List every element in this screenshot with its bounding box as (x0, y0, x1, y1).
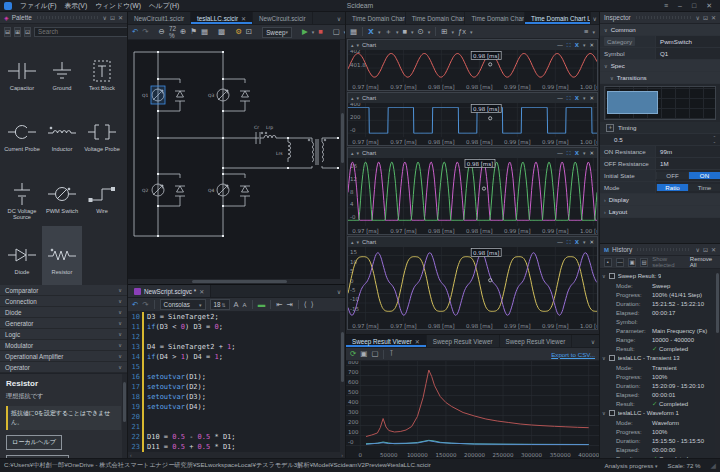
select-all-button[interactable]: ▪ (604, 258, 612, 267)
palette-item-voltage-probe[interactable]: Voltage Probe (82, 103, 122, 163)
schematic-canvas[interactable]: Q1 Q2 Q3 Q4 Cr Lrp Lrs (128, 40, 345, 284)
transition-preview[interactable] (604, 86, 716, 120)
palette-item-inductor[interactable]: Inductor (42, 103, 82, 163)
tab-sweep-viewer-1[interactable]: Sweep Result Viewer✕ (346, 335, 427, 347)
snapshot-button[interactable]: ▢ (371, 350, 378, 358)
tab-time-chart-3[interactable]: Time Domain Chart List (465, 12, 525, 24)
expand-icon[interactable]: ⛶ (567, 42, 571, 49)
grid-toggle-button[interactable]: ▩ (218, 28, 225, 36)
pin-icon[interactable]: ⊡ (110, 14, 115, 21)
layout-toggle-button[interactable]: ⊡ (24, 27, 31, 37)
axes-icon[interactable]: 𝗫 (575, 150, 579, 156)
category-connection[interactable]: Connection∨ (0, 296, 127, 307)
comment-button[interactable]: ⟨ (304, 301, 307, 309)
category-generator[interactable]: Generator∨ (0, 318, 127, 329)
highlight-button[interactable]: ▬ (258, 301, 266, 309)
indent-button[interactable]: ⇥ (286, 301, 292, 309)
chart-grid-button[interactable]: ▦ (350, 28, 357, 36)
minimize-icon[interactable]: — (557, 42, 563, 48)
history-entry-title[interactable]: Sweep Result: 9 (618, 273, 662, 279)
expand-icon[interactable]: ⛶ (567, 239, 571, 246)
font-size-stepper[interactable]: 18⇅ (210, 299, 230, 310)
category-operational-amplifier[interactable]: Operational Amplifier∨ (0, 351, 127, 362)
chevron-down-icon[interactable]: ▾ (357, 150, 360, 156)
minimize-icon[interactable]: — (557, 239, 563, 245)
chart-menu-icon[interactable]: ≡ (584, 28, 588, 36)
category-comparator[interactable]: Comparator∨ (0, 285, 127, 296)
chevron-down-icon[interactable]: ▾ (357, 42, 360, 48)
undo-button[interactable]: ↶ (132, 28, 138, 36)
window-menu-icon[interactable]: ≡ (664, 2, 668, 10)
close-icon[interactable]: ✕ (706, 2, 712, 10)
scrollbar[interactable] (122, 374, 127, 458)
expand-icon[interactable]: ⛶ (567, 150, 571, 157)
search-input[interactable] (34, 27, 128, 37)
copy-button[interactable]: ▣ (360, 350, 367, 358)
history-entry-header[interactable]: ∨Sweep Result: 9 (602, 271, 720, 281)
section-transitions[interactable]: ∨Transitions (600, 72, 720, 84)
stepper-icons[interactable]: ⌃⌄ (713, 136, 716, 144)
resize-grip[interactable]: ◢ (711, 462, 716, 470)
time-chart-svg[interactable]: 0.97 [ms]0.97 [ms]0.98 [ms]0.98 [ms]0.99… (348, 247, 597, 329)
tab-time-chart-1[interactable]: Time Domain Chart List (346, 12, 406, 24)
expand-all-button[interactable]: ⊞ (14, 27, 21, 37)
open-result-button[interactable]: ▣ (628, 258, 636, 267)
chevron-down-icon[interactable]: ∨ (602, 355, 606, 361)
code-line[interactable]: 19setoutvar(D4); (128, 402, 345, 412)
menu-view[interactable]: 表示(V) (65, 1, 88, 11)
chevron-down-icon[interactable]: ▾ (357, 95, 360, 101)
row-timing[interactable]: ＋ Timing (600, 122, 720, 134)
collapse-icon[interactable]: ▴ (351, 95, 354, 101)
section-common[interactable]: ∨Common (600, 24, 720, 36)
stop-tracking-button[interactable]: ■ (402, 28, 407, 36)
collapse-all-button[interactable]: ⊟ (4, 27, 11, 37)
symbol-value[interactable]: Q1 (656, 48, 720, 59)
show-selected-button[interactable]: Show selected (652, 256, 686, 268)
section-spec[interactable]: ∨Spec (600, 60, 720, 72)
code-line[interactable]: 22D10 = 0.5 - 0.5 * D1; (128, 432, 345, 442)
tab-time-chart-4[interactable]: Time Domain Chart List✕ (525, 12, 590, 24)
section-layout[interactable]: ›Layout (600, 206, 720, 218)
time-chart-svg[interactable]: 0.97 [ms]0.97 [ms]0.98 [ms]0.98 [ms]0.99… (348, 50, 597, 90)
horizontal-scrollbar[interactable] (128, 279, 340, 284)
close-icon[interactable]: ✕ (711, 14, 716, 21)
analysis-mode-select[interactable]: Sweep▾ (262, 27, 292, 38)
history-checkbox[interactable] (609, 355, 615, 361)
chevron-down-icon[interactable]: ▾ (583, 239, 586, 245)
pin-icon[interactable]: ⊡ (703, 246, 708, 253)
zoom-out-button[interactable]: ⊖ (159, 28, 165, 36)
palette-item-capacitor[interactable]: Capacitor (2, 41, 42, 101)
probe-flag-button[interactable]: ⚑ (190, 28, 197, 36)
outdent-button[interactable]: ⇤ (276, 301, 282, 309)
palette-item-dc-voltage-source[interactable]: DC Voltage Source (2, 164, 42, 224)
target-button[interactable]: ⊙ (417, 28, 423, 36)
palette-item-text-block[interactable]: Text Block (82, 41, 122, 101)
palette-item-ground[interactable]: Ground (42, 41, 82, 101)
stop-button[interactable]: ■ (318, 28, 323, 36)
chevron-down-icon[interactable]: ∨ (696, 246, 700, 253)
settings-gear-icon[interactable]: ⚙ (235, 28, 242, 36)
close-icon[interactable]: ✕ (589, 239, 594, 245)
chevron-down-icon[interactable]: ∨ (602, 410, 606, 416)
function-button[interactable]: ƒx (458, 28, 466, 36)
collapse-icon[interactable]: ▴ (351, 42, 354, 48)
tab-newcircuit1[interactable]: NewCircuit1.scicir (128, 12, 191, 24)
tab-sweep-viewer-2[interactable]: Sweep Result Viewer (427, 335, 500, 347)
chevron-down-icon[interactable]: ∨ (587, 335, 599, 347)
axes-button[interactable]: 𝗫 (368, 28, 374, 36)
tab-time-chart-2[interactable]: Time Domain Chart List (406, 12, 466, 24)
pin-icon[interactable]: ⊡ (703, 14, 708, 21)
add-icon[interactable]: ＋ (606, 124, 614, 132)
open-folder-button[interactable]: ▤ (640, 258, 648, 267)
chevron-down-icon[interactable]: ▾ (583, 95, 586, 101)
minimize-icon[interactable]: — (557, 95, 563, 101)
redo-button[interactable]: ↷ (142, 301, 148, 309)
palette-item-current-probe[interactable]: Current Probe (2, 103, 42, 163)
category-diode[interactable]: Diode∨ (0, 307, 127, 318)
code-line[interactable]: 23D11 = 0.5 + 0.5 * D1; (128, 442, 345, 452)
initial-state-on-button[interactable]: ON (688, 172, 720, 179)
run-menu-icon[interactable]: ▾ (312, 29, 315, 35)
vertical-scrollbar[interactable] (340, 40, 345, 284)
code-line[interactable]: 20 (128, 412, 345, 422)
on-resistance-value[interactable]: 99m (656, 146, 720, 157)
